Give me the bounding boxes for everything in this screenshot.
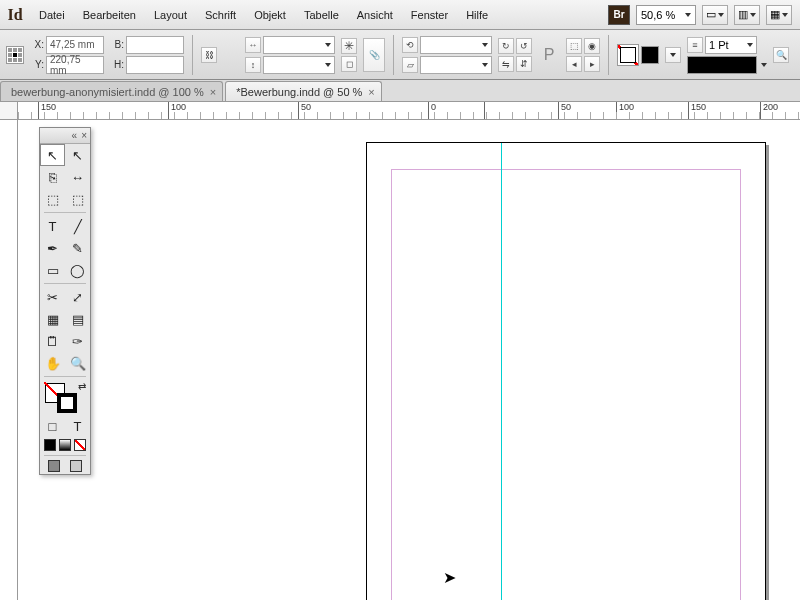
hand-tool[interactable]: ✋: [40, 352, 65, 374]
tab-label: bewerbung-anonymisiert.indd @ 100 %: [11, 86, 204, 98]
zoom-level-combo[interactable]: 50,6 %: [636, 5, 696, 25]
workspace-button[interactable]: ▦: [766, 5, 792, 25]
wh-group: B: H:: [110, 36, 184, 74]
opts-tri-icon[interactable]: [665, 47, 681, 63]
rect-frame-tool[interactable]: ▭: [40, 259, 65, 281]
swap-icon[interactable]: ⇄: [78, 381, 86, 392]
canvas[interactable]: [18, 120, 800, 600]
close-icon[interactable]: ×: [368, 86, 374, 98]
zoom-value: 50,6 %: [641, 9, 675, 21]
apply-gradient-icon[interactable]: [59, 439, 71, 451]
stroke-swatch[interactable]: [641, 46, 659, 64]
menu-tabelle[interactable]: Tabelle: [295, 1, 348, 29]
scale-y-icon: ↕: [245, 57, 261, 73]
stroke-weight-combo[interactable]: 1 Pt: [705, 36, 757, 54]
control-bar: X:47,25 mm Y:220,75 mm B: H: ⛓ ↔ ↕ ✳ ◻ 📎…: [0, 30, 800, 80]
tools-panel[interactable]: « × ↖ ↖ ⎘ ↔ ⬚ ⬚ T ╱ ✒ ✎ ▭ ◯ ✂ ⤢ ▦ ▤ 🗒 ✑ …: [39, 127, 91, 475]
reference-point-selector[interactable]: [6, 46, 24, 64]
page[interactable]: [366, 142, 766, 600]
format-text-button[interactable]: T: [65, 415, 90, 437]
menu-hilfe[interactable]: Hilfe: [457, 1, 497, 29]
page-tool[interactable]: ⎘: [40, 166, 65, 188]
next-obj-icon[interactable]: ▸: [584, 56, 600, 72]
tab-doc-0[interactable]: bewerbung-anonymisiert.indd @ 100 % ×: [0, 81, 223, 101]
pencil-tool[interactable]: ✎: [65, 237, 90, 259]
y-field[interactable]: 220,75 mm: [46, 56, 104, 74]
workspace-icon: ▦: [770, 8, 780, 21]
ruler-origin[interactable]: [0, 102, 18, 120]
document-tab-bar: bewerbung-anonymisiert.indd @ 100 % × *B…: [0, 80, 800, 102]
view-mode-preview-icon[interactable]: [70, 460, 82, 472]
screen-mode-button[interactable]: ▭: [702, 5, 728, 25]
eyedropper-tool[interactable]: ✑: [65, 330, 90, 352]
margin-guides: [391, 169, 741, 600]
fill-swatch[interactable]: [617, 44, 639, 66]
clip-icon[interactable]: 📎: [363, 38, 385, 72]
tab-doc-1[interactable]: *Bewerbung.indd @ 50 % ×: [225, 81, 382, 101]
stroke-style-combo[interactable]: [687, 56, 757, 74]
rot90cw-icon[interactable]: ↻: [498, 38, 514, 54]
select-container-icon[interactable]: ⬚: [566, 38, 582, 54]
view-mode-normal-icon[interactable]: [48, 460, 60, 472]
flip-v-icon[interactable]: ⇵: [516, 56, 532, 72]
line-tool[interactable]: ╱: [65, 215, 90, 237]
rotate-icon: ⟲: [402, 37, 418, 53]
bridge-button[interactable]: Br: [608, 5, 630, 25]
gradient-feather-tool[interactable]: ▤: [65, 308, 90, 330]
scale-x-combo[interactable]: [263, 36, 335, 54]
menu-fenster[interactable]: Fenster: [402, 1, 457, 29]
scissors-tool[interactable]: ✂: [40, 286, 65, 308]
horizontal-ruler[interactable]: 15010050050100150200: [18, 102, 800, 120]
apply-color-icon[interactable]: [44, 439, 56, 451]
h-field[interactable]: [126, 56, 184, 74]
link-icon[interactable]: ⛓: [201, 47, 217, 63]
fx-button[interactable]: 🔍: [773, 47, 789, 63]
rotate-combo[interactable]: [420, 36, 492, 54]
apply-none-icon[interactable]: [74, 439, 86, 451]
scale-x-icon: ↔: [245, 37, 261, 53]
fill-stroke-swap[interactable]: ⇄: [40, 379, 90, 415]
gap-tool[interactable]: ↔: [65, 166, 90, 188]
zoom-tool[interactable]: 🔍: [65, 352, 90, 374]
content-placer-tool[interactable]: ⬚: [65, 188, 90, 210]
menu-objekt[interactable]: Objekt: [245, 1, 295, 29]
w-field[interactable]: [126, 36, 184, 54]
column-guide[interactable]: [501, 143, 502, 600]
shear-icon: ▱: [402, 57, 418, 73]
pen-tool[interactable]: ✒: [40, 237, 65, 259]
content-collector-tool[interactable]: ⬚: [40, 188, 65, 210]
menu-layout[interactable]: Layout: [145, 1, 196, 29]
screen-icon: ▭: [706, 8, 716, 21]
note-tool[interactable]: 🗒: [40, 330, 65, 352]
select-content-icon[interactable]: ◉: [584, 38, 600, 54]
rot90ccw-icon[interactable]: ↺: [516, 38, 532, 54]
menu-bar: Id Datei Bearbeiten Layout Schrift Objek…: [0, 0, 800, 30]
gradient-swatch-tool[interactable]: ▦: [40, 308, 65, 330]
shear-combo[interactable]: [420, 56, 492, 74]
xy-group: X:47,25 mm Y:220,75 mm: [30, 36, 104, 74]
format-container-button[interactable]: □: [40, 415, 65, 437]
menu-schrift[interactable]: Schrift: [196, 1, 245, 29]
collapse-icon[interactable]: «: [72, 130, 78, 141]
direct-selection-tool[interactable]: ↖: [65, 144, 90, 166]
menu-ansicht[interactable]: Ansicht: [348, 1, 402, 29]
menu-datei[interactable]: Datei: [30, 1, 74, 29]
selection-tool[interactable]: ↖: [40, 144, 65, 166]
tab-label: *Bewerbung.indd @ 50 %: [236, 86, 362, 98]
vertical-ruler[interactable]: [0, 120, 18, 600]
stroke-color-swatch[interactable]: [57, 393, 77, 413]
close-icon[interactable]: ×: [81, 130, 87, 141]
x-field[interactable]: 47,25 mm: [46, 36, 104, 54]
fit-icon[interactable]: ◻: [341, 56, 357, 72]
panel-header[interactable]: « ×: [40, 128, 90, 144]
free-transform-tool[interactable]: ⤢: [65, 286, 90, 308]
arrange-button[interactable]: ▥: [734, 5, 760, 25]
close-icon[interactable]: ×: [210, 86, 216, 98]
ellipse-frame-tool[interactable]: ◯: [65, 259, 90, 281]
prev-obj-icon[interactable]: ◂: [566, 56, 582, 72]
scale-y-combo[interactable]: [263, 56, 335, 74]
flip-h-icon[interactable]: ⇋: [498, 56, 514, 72]
menu-bearbeiten[interactable]: Bearbeiten: [74, 1, 145, 29]
type-tool[interactable]: T: [40, 215, 65, 237]
auto-fit-icon[interactable]: ✳: [341, 38, 357, 54]
